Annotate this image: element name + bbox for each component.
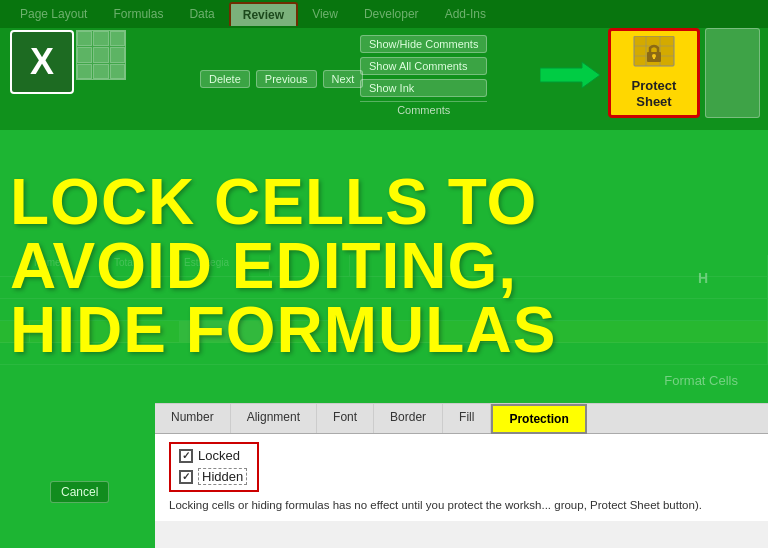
delete-button[interactable]: Delete [200,70,250,88]
ribbon-area: X Delete Previous Next Show/Hide Comment… [0,0,768,130]
locked-label: Locked [198,448,240,463]
format-cells-dialog: Number Alignment Font Border Fill Protec… [155,403,768,548]
hidden-checkbox-row[interactable]: Hidden [177,467,249,486]
comment-nav-group: Delete Previous Next [200,70,363,88]
dialog-body: Locked Hidden Locking cells or hiding fo… [155,434,768,521]
svg-marker-0 [540,62,600,88]
locked-checkbox[interactable] [179,449,193,463]
tab-border[interactable]: Border [374,404,443,433]
hidden-checkbox[interactable] [179,470,193,484]
format-cells-bg-text: Format Cells [664,373,738,388]
tab-protection[interactable]: Protection [491,404,586,434]
cancel-button[interactable]: Cancel [50,481,109,503]
showhide-group: Show/Hide Comments Show All Comments Sho… [360,35,487,116]
headline-line2: AVOID EDITING, [10,234,758,298]
lock-icon [632,36,676,74]
protect-sheet-label: Protect Sheet [632,78,677,109]
checkboxes-group: Locked Hidden [169,442,259,492]
next-button[interactable]: Next [323,70,364,88]
show-ink-btn[interactable]: Show Ink [360,79,487,97]
tab-fill[interactable]: Fill [443,404,491,433]
tab-font[interactable]: Font [317,404,374,433]
excel-logo: X [10,30,74,94]
headline-line1: LOCK CELLS TO [10,170,758,234]
show-all-comments-btn[interactable]: Show All Comments [360,57,487,75]
dialog-tab-bar: Number Alignment Font Border Fill Protec… [155,404,768,434]
svg-rect-8 [653,56,655,59]
tab-alignment[interactable]: Alignment [231,404,317,433]
tab-number[interactable]: Number [155,404,231,433]
arrow-icon [540,60,600,90]
protect-sheet-button[interactable]: Protect Sheet [608,28,700,118]
previous-button[interactable]: Previous [256,70,317,88]
hidden-label: Hidden [198,468,247,485]
locked-checkbox-row[interactable]: Locked [177,447,249,464]
excel-grid-icon [76,30,126,80]
headline-line3: HIDE FORMULAS [10,298,758,362]
headline-container: LOCK CELLS TO AVOID EDITING, HIDE FORMUL… [10,170,758,362]
protect-workbook-ghost-button [705,28,760,118]
comments-group-label: Comments [360,101,487,116]
show-hide-comments-btn[interactable]: Show/Hide Comments [360,35,487,53]
dialog-description: Locking cells or hiding formulas has no … [169,497,754,513]
